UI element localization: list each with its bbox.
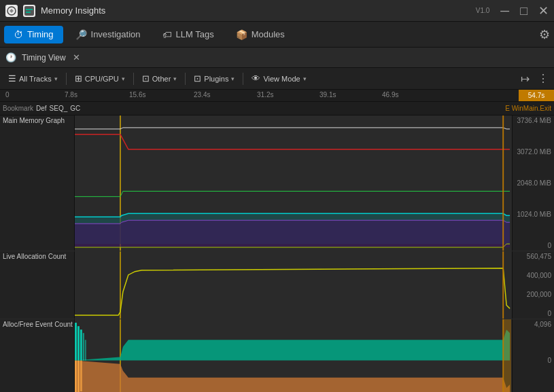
view-mode-chevron: ▾ (303, 75, 307, 82)
gc-label: GC (70, 105, 80, 112)
cpu-gpu-chevron: ▾ (122, 75, 125, 82)
alloc-free-label: Alloc/Free Event Count (0, 319, 75, 392)
all-tracks-button[interactable]: ☰ All Tracks ▾ (3, 71, 63, 86)
other-icon: ⊡ (142, 73, 150, 84)
ruler-tick-0: 0 (5, 91, 10, 99)
live-allocation-label: Live Allocation Count (0, 251, 75, 319)
svg-rect-2 (26, 9, 33, 10)
investigation-icon: 🔎 (75, 29, 87, 40)
svg-rect-10 (75, 251, 512, 319)
tab-timing-label: Timing (27, 29, 54, 39)
y-label-0: 0 (515, 242, 551, 249)
all-tracks-label: All Tracks (19, 75, 52, 83)
main-memory-graph-chart[interactable] (75, 115, 512, 251)
plugins-chevron: ▾ (231, 75, 235, 82)
modules-icon: 📦 (236, 29, 247, 40)
y-label-0b: 0 (515, 310, 551, 317)
ruler-tick-2: 15.6s (129, 91, 145, 99)
toolbar: ☰ All Tracks ▾ ⊞ CPU/GPU ▾ ⊡ Other ▾ ⊡ P… (0, 68, 554, 90)
separator-1 (66, 73, 67, 85)
svg-rect-22 (75, 361, 77, 392)
tab-modules-label: Modules (252, 29, 285, 39)
pin-button[interactable]: ↦ (518, 71, 532, 86)
alloc-free-section: Alloc/Free Event Count (0, 319, 554, 392)
main-memory-graph-label: Main Memory Graph (0, 115, 75, 251)
tab-investigation[interactable]: 🔎 Investigation (66, 26, 150, 43)
llm-tags-icon: 🏷 (162, 29, 172, 40)
more-options-button[interactable]: ⋮ (535, 71, 551, 86)
view-mode-label: View Mode (263, 75, 300, 83)
timeline-ruler: 0 7.8s 15.6s 23.4s 31.2s 39.1s 46.9s 54.… (0, 90, 554, 102)
track-labels-row: Bookmark Def SEQ_ GC E WinMain.Exit (0, 102, 554, 115)
toolbar-right: ↦ ⋮ (518, 71, 551, 86)
svg-rect-18 (77, 326, 80, 360)
minimize-button[interactable]: ─ (500, 5, 509, 17)
y-label-1024: 1024.0 MiB (515, 211, 551, 218)
svg-rect-21 (85, 340, 86, 360)
title-bar-controls: V1.0 ─ □ ✕ (476, 5, 549, 17)
plugins-label: Plugins (204, 75, 228, 83)
end-label: E WinMain.Exit (505, 105, 551, 112)
seq-label: SEQ_ (50, 105, 68, 112)
svg-rect-3 (26, 12, 31, 13)
bookmark-label: Bookmark (3, 105, 33, 112)
tab-modules[interactable]: 📦 Modules (226, 26, 294, 43)
main-memory-graph-y-axis: 3736.4 MiB 3072.0 MiB 2048.0 MiB 1024.0 … (512, 115, 554, 251)
other-button[interactable]: ⊡ Other ▾ (137, 71, 183, 86)
y-label-200000: 200,000 (515, 291, 551, 298)
tab-llm-tags[interactable]: 🏷 LLM Tags (153, 26, 224, 43)
ruler-highlight-label: 54.7s (528, 92, 544, 99)
y-label-400000: 400,000 (515, 272, 551, 279)
live-allocation-chart[interactable] (75, 251, 512, 319)
view-mode-icon: 👁 (252, 73, 260, 84)
separator-4 (243, 73, 243, 85)
tab-llm-tags-label: LLM Tags (176, 29, 214, 39)
y-label-4096: 4,096 (515, 321, 551, 328)
def-label: Def (36, 105, 47, 112)
ruler-tick-1: 7.8s (65, 91, 77, 99)
timing-view-label: Timing View (22, 53, 66, 63)
maximize-button[interactable]: □ (520, 5, 527, 17)
title-bar: Memory Insights V1.0 ─ □ ✕ (0, 0, 554, 22)
y-label-2048: 2048.0 MiB (515, 179, 551, 187)
close-button[interactable]: ✕ (538, 5, 549, 17)
plugins-button[interactable]: ⊡ Plugins ▾ (188, 71, 240, 86)
separator-3 (185, 73, 186, 85)
svg-rect-23 (77, 361, 80, 392)
timing-view-header: 🕐 Timing View ✕ (0, 48, 554, 68)
ruler-tick-4: 31.2s (257, 91, 273, 99)
svg-rect-20 (83, 333, 84, 360)
main-memory-graph-section: Main Memory Graph (0, 115, 554, 251)
svg-rect-17 (75, 323, 77, 361)
svg-rect-19 (80, 329, 82, 360)
tab-timing[interactable]: ⏱ Timing (4, 26, 63, 43)
view-mode-button[interactable]: 👁 View Mode ▾ (246, 71, 311, 86)
svg-rect-26 (503, 319, 511, 392)
other-chevron: ▾ (173, 75, 177, 82)
clock-icon: 🕐 (5, 52, 16, 63)
ruler-highlight: 54.7s (519, 90, 554, 101)
svg-rect-1 (24, 6, 34, 16)
svg-marker-8 (75, 220, 510, 247)
plugins-icon: ⊡ (194, 73, 201, 84)
y-label-3072: 3072.0 MiB (515, 148, 551, 156)
cpu-gpu-button[interactable]: ⊞ CPU/GPU ▾ (69, 71, 131, 86)
ruler-tick-3: 23.4s (194, 91, 210, 99)
all-tracks-chevron: ▾ (54, 75, 58, 82)
cpu-gpu-icon: ⊞ (75, 73, 82, 84)
ruler-tick-5: 39.1s (319, 91, 336, 99)
settings-button[interactable]: ⚙ (539, 27, 550, 42)
svg-rect-24 (80, 361, 82, 391)
tab-investigation-label: Investigation (91, 29, 141, 39)
cpu-gpu-label: CPU/GPU (85, 75, 119, 83)
timing-view-close-button[interactable]: ✕ (71, 52, 82, 63)
live-allocation-section: Live Allocation Count 560,475 400,000 20… (0, 251, 554, 319)
y-label-3736: 3736.4 MiB (515, 117, 551, 124)
y-label-0c: 0 (515, 357, 551, 364)
alloc-free-chart[interactable] (75, 319, 512, 392)
version-label: V1.0 (476, 7, 490, 14)
memory-insights-icon (23, 5, 35, 17)
y-label-560475: 560,475 (515, 253, 551, 260)
alloc-free-y-axis: 4,096 0 -4,096 (512, 319, 554, 392)
separator-2 (133, 73, 134, 85)
